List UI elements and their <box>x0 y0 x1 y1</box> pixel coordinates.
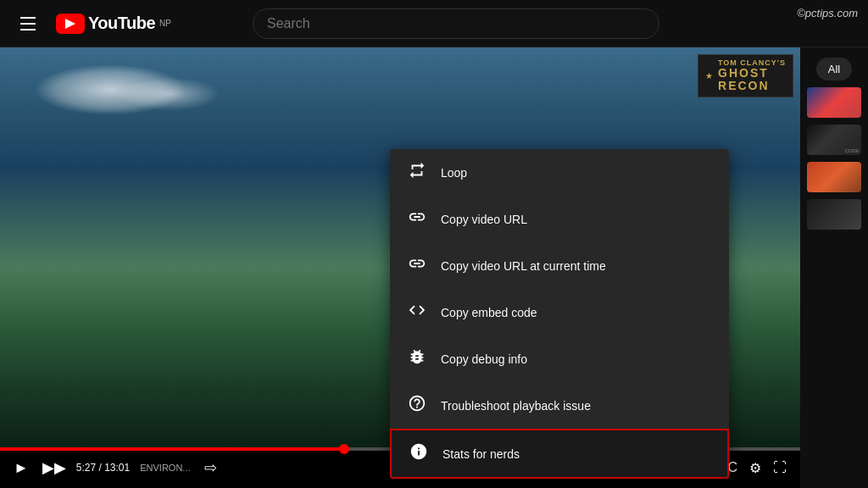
sidebar-thumbnail-1[interactable] <box>807 87 861 118</box>
youtube-icon <box>56 14 85 34</box>
sidebar-all-button[interactable]: All <box>816 58 852 80</box>
badge-star-icon: ★ <box>705 71 713 80</box>
settings-button[interactable]: ⚙ <box>746 457 765 480</box>
menu-item-stats-label: Stats for nerds <box>442 447 520 461</box>
menu-item-copy-debug-label: Copy debug info <box>441 352 527 366</box>
link-time-icon <box>407 254 427 277</box>
header: YouTube NP ©pctips.com <box>0 0 868 47</box>
menu-item-loop[interactable]: Loop <box>390 149 729 196</box>
watermark: ©pctips.com <box>797 7 858 19</box>
sidebar: All <box>800 47 868 488</box>
loop-icon <box>407 161 427 184</box>
menu-item-copy-url-time-label: Copy video URL at current time <box>441 259 606 273</box>
menu-item-copy-embed-label: Copy embed code <box>441 306 537 319</box>
sidebar-thumbnail-4[interactable] <box>807 199 861 230</box>
menu-item-copy-url[interactable]: Copy video URL <box>390 196 729 242</box>
menu-item-troubleshoot[interactable]: Troubleshoot playback issue <box>390 382 729 429</box>
game-badge: ★ TOM CLANCY'S GHOSTRECON <box>698 54 793 97</box>
fullscreen-button[interactable]: ⛶ <box>770 457 790 479</box>
menu-item-troubleshoot-label: Troubleshoot playback issue <box>441 399 591 413</box>
menu-item-copy-url-label: Copy video URL <box>441 213 527 226</box>
info-circle-icon <box>409 442 429 465</box>
youtube-np-label: NP <box>159 19 171 28</box>
main-content: ★ TOM CLANCY'S GHOSTRECON ► ▶▶ 5:27 / 13… <box>0 47 868 488</box>
search-input[interactable] <box>267 16 645 31</box>
menu-item-stats[interactable]: Stats for nerds <box>390 429 729 479</box>
menu-item-copy-url-time[interactable]: Copy video URL at current time <box>390 242 729 289</box>
youtube-wordmark: YouTube <box>88 14 155 33</box>
youtube-logo[interactable]: YouTube NP <box>56 14 171 34</box>
bug-icon <box>407 347 427 370</box>
search-bar[interactable] <box>253 8 659 39</box>
video-area: ★ TOM CLANCY'S GHOSTRECON ► ▶▶ 5:27 / 13… <box>0 47 800 488</box>
hamburger-menu-button[interactable] <box>14 10 42 37</box>
sidebar-thumbnail-2[interactable] <box>807 125 861 155</box>
chapter-label: ENVIRON... <box>136 459 193 476</box>
time-display: 5:27 / 13:01 <box>76 462 130 474</box>
question-circle-icon <box>407 394 427 417</box>
link-icon <box>407 208 427 230</box>
menu-item-loop-label: Loop <box>441 166 467 180</box>
embed-icon <box>407 301 427 324</box>
progress-fill <box>0 447 344 451</box>
sidebar-thumbnail-3[interactable] <box>807 162 861 192</box>
menu-item-copy-debug[interactable]: Copy debug info <box>390 336 729 382</box>
skip-forward-button[interactable]: ⇨ <box>201 455 220 480</box>
menu-item-copy-embed[interactable]: Copy embed code <box>390 289 729 336</box>
play-button[interactable]: ► <box>10 456 32 480</box>
skip-next-button[interactable]: ▶▶ <box>39 455 70 480</box>
context-menu: Loop Copy video URL Copy video URL a <box>390 149 729 479</box>
progress-thumb <box>339 444 349 454</box>
badge-title: GHOSTRECON <box>718 67 786 93</box>
